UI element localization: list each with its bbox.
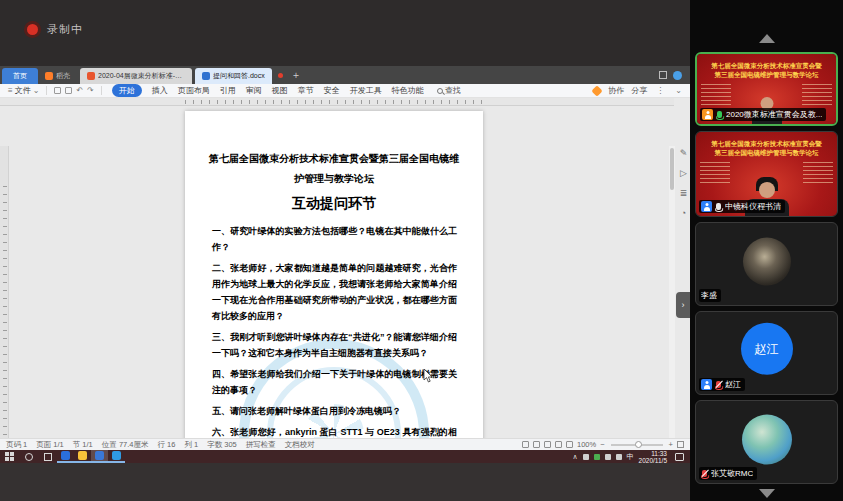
- tab-home[interactable]: 首页: [2, 68, 38, 84]
- search-icon: [437, 88, 443, 94]
- find-button[interactable]: 查找: [437, 85, 461, 96]
- tray-pin-icon[interactable]: [583, 454, 589, 460]
- ribbon-tab-insert[interactable]: 插入: [152, 85, 168, 96]
- ribbon-tab-developer[interactable]: 开发工具: [350, 85, 382, 96]
- ribbon-tab-section[interactable]: 章节: [298, 85, 314, 96]
- zoom-in-button[interactable]: +: [669, 440, 673, 449]
- search-button[interactable]: [19, 450, 38, 463]
- collapse-ribbon-icon[interactable]: ⌄: [675, 86, 682, 95]
- more-menu-icon[interactable]: ⋮: [656, 86, 664, 95]
- taskbar-app-browser[interactable]: [57, 450, 74, 463]
- view-mode-icon[interactable]: [566, 441, 573, 448]
- view-mode-icon[interactable]: [555, 441, 562, 448]
- ribbon-tab-review[interactable]: 审阅: [246, 85, 262, 96]
- scrollbar-vertical[interactable]: [669, 146, 675, 438]
- new-tab-button[interactable]: ＋: [291, 68, 301, 82]
- task-view-button[interactable]: [38, 450, 57, 463]
- ime-indicator[interactable]: 中: [627, 452, 634, 462]
- participant-name: 张艾敬RMC: [711, 468, 753, 479]
- tray-network-icon[interactable]: [605, 454, 611, 460]
- zoom-slider[interactable]: [611, 444, 663, 446]
- status-position: 位置 77.4厘米: [102, 440, 149, 450]
- undo-icon[interactable]: ↶: [76, 86, 83, 95]
- divider: [46, 86, 47, 95]
- share-button[interactable]: 分享: [631, 85, 647, 96]
- participant-name-bar: 2020微束标准宣贯会及教...: [700, 108, 826, 121]
- participant-name: 中镜科仪程书清: [725, 201, 781, 212]
- wps-app-icon: [95, 451, 104, 460]
- banner-side-text: [802, 84, 832, 108]
- file-explorer-icon: [78, 451, 87, 460]
- member-badge-icon: [701, 201, 712, 212]
- participant-tile-5[interactable]: 张艾敬RMC: [695, 400, 838, 484]
- menu-bar: ≡ 文件 ⌄ ↶ ↷ 开始 插入 页面布局 引用 审阅 视图 章节 安全 开发工…: [0, 84, 690, 98]
- tab-ppt-file[interactable]: 2020-04届微束分析标准-电镜.ppt: [80, 68, 192, 84]
- start-button[interactable]: [0, 450, 19, 463]
- ribbon-tab-security[interactable]: 安全: [324, 85, 340, 96]
- ribbon-tab-page-layout[interactable]: 页面布局: [178, 85, 210, 96]
- tray-volume-icon[interactable]: [616, 454, 622, 460]
- ribbon-tab-view[interactable]: 视图: [272, 85, 288, 96]
- zoom-slider-knob[interactable]: [635, 441, 642, 448]
- pointer-tool-icon[interactable]: ▷: [680, 168, 687, 178]
- scrollbar-thumb[interactable]: [670, 148, 674, 190]
- mic-icon: [716, 203, 721, 210]
- browser-app-icon: [61, 451, 70, 460]
- print-icon[interactable]: [65, 87, 72, 94]
- scroll-up-button[interactable]: [759, 34, 775, 43]
- fullscreen-icon[interactable]: [677, 441, 684, 448]
- zoom-out-button[interactable]: −: [600, 440, 604, 449]
- participant-tile-1[interactable]: 第七届全国微束分析技术标准宣贯会暨 第三届全国电镜维护管理与教学论坛 2020微…: [695, 52, 838, 126]
- collab-button[interactable]: 协作: [608, 85, 624, 96]
- tab-docer[interactable]: 稻壳: [38, 68, 77, 84]
- apps-grid-icon[interactable]: [659, 71, 667, 79]
- vip-diamond-icon[interactable]: [592, 85, 603, 96]
- document-tab-bar: 首页 稻壳 2020-04届微束分析标准-电镜.ppt 提问和回答.docx ＋: [0, 66, 690, 84]
- history-tool-icon[interactable]: ◔: [681, 208, 686, 218]
- hamburger-icon[interactable]: ≡: [8, 86, 13, 95]
- participant-tile-2[interactable]: 第七届全国微束分析技术标准宣贯会暨 第三届全国电镜维护管理与教学论坛 中镜科仪程…: [695, 131, 838, 217]
- scroll-down-button[interactable]: [759, 489, 775, 498]
- recording-dot-icon: [27, 24, 38, 35]
- proofread-button[interactable]: 文档校对: [285, 440, 315, 450]
- meeting-shared-screen: 录制中 首页 稻壳 2020-04届微束分析标准-电镜.ppt 提问和回答.do…: [0, 0, 843, 501]
- nav-expand-tab[interactable]: ›: [676, 292, 690, 318]
- file-menu-chevron-icon[interactable]: ⌄: [33, 86, 40, 95]
- meeting-app-icon: [112, 451, 121, 460]
- docer-icon: [45, 72, 53, 80]
- desktop-background: [0, 463, 690, 501]
- notification-center-icon[interactable]: [675, 453, 684, 461]
- ribbon-tab-references[interactable]: 引用: [220, 85, 236, 96]
- tray-expand-icon[interactable]: ∧: [572, 453, 577, 461]
- save-icon[interactable]: [54, 87, 61, 94]
- view-mode-icon[interactable]: [522, 441, 529, 448]
- tab-docx-file[interactable]: 提问和回答.docx: [195, 68, 272, 84]
- taskbar-clock[interactable]: 11:33 2020/11/5: [639, 450, 667, 464]
- outline-tool-icon[interactable]: ≣: [680, 188, 688, 198]
- taskbar-app-meeting[interactable]: [108, 450, 125, 463]
- participant-avatar: [743, 238, 791, 286]
- redo-icon[interactable]: ↷: [87, 86, 94, 95]
- view-mode-icon[interactable]: [533, 441, 540, 448]
- spell-check-button[interactable]: 拼写检查: [246, 440, 276, 450]
- document-page[interactable]: 第七届全国微束分析技术标准宣贯会暨第三届全国电镜维护管理与教学论坛 互动提问环节…: [185, 111, 483, 438]
- participant-tile-4[interactable]: 赵江 赵江: [695, 311, 838, 395]
- taskbar-app-wps[interactable]: [91, 450, 108, 463]
- pen-tool-icon[interactable]: ✎: [680, 148, 688, 158]
- view-mode-icon[interactable]: [544, 441, 551, 448]
- participant-panel: 第七届全国微束分析技术标准宣贯会暨 第三届全国电镜维护管理与教学论坛 2020微…: [690, 0, 843, 501]
- windows-logo-icon: [5, 452, 14, 461]
- tray-security-icon[interactable]: [594, 454, 600, 460]
- speaker-head: [759, 182, 775, 198]
- user-avatar-icon[interactable]: [673, 71, 682, 80]
- ribbon-tab-special-features[interactable]: 特色功能: [392, 85, 424, 96]
- ruler-horizontal: [0, 98, 674, 106]
- zoom-level[interactable]: 100%: [577, 440, 596, 449]
- file-menu[interactable]: 文件: [15, 85, 31, 96]
- participant-tile-3[interactable]: 李盛: [695, 222, 838, 306]
- host-badge-icon: [702, 109, 713, 120]
- ribbon-tab-home[interactable]: 开始: [112, 84, 142, 97]
- word-file-icon: [202, 72, 210, 80]
- question-paragraph: 五、请问张老师解叶绿体蛋白用到冷冻电镜吗？: [212, 403, 457, 419]
- taskbar-app-file-explorer[interactable]: [74, 450, 91, 463]
